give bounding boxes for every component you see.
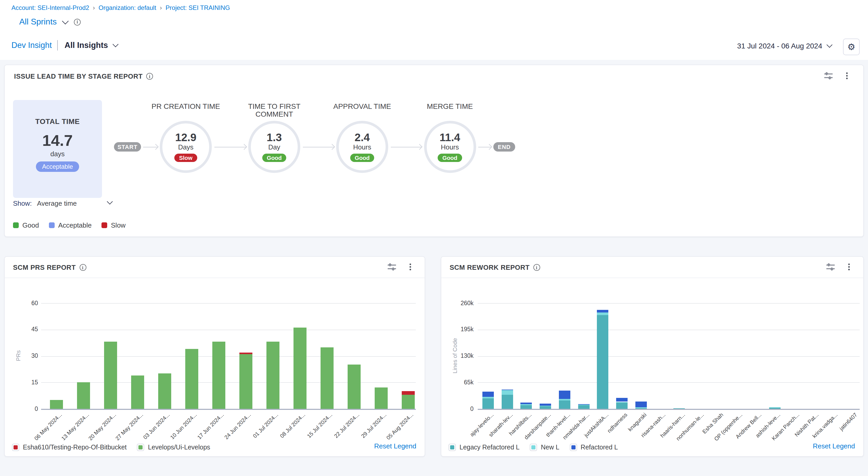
flow-stage-circle[interactable]: 1.3DayGood — [248, 121, 300, 173]
bar-segment[interactable] — [185, 349, 198, 409]
bar-segment[interactable] — [559, 400, 570, 409]
bar-segment[interactable] — [616, 397, 628, 402]
bar-segment[interactable] — [266, 342, 279, 409]
flow-stage-circle[interactable]: 2.4HoursGood — [336, 121, 388, 173]
flow-arrow — [143, 147, 157, 147]
gridline — [41, 356, 416, 356]
bar-segment[interactable] — [158, 374, 171, 409]
bar-segment[interactable] — [293, 328, 306, 409]
y-tick-label: 15 — [5, 379, 38, 385]
gridline — [41, 330, 416, 330]
info-icon[interactable]: i — [74, 19, 81, 25]
legend-checkbox-swatch — [570, 444, 577, 451]
legend-item[interactable]: Esha610/Testing-Repo-Of-Bitbucket — [12, 444, 127, 451]
x-axis-line — [478, 409, 860, 410]
bar-segment[interactable] — [374, 388, 388, 409]
bar-segment[interactable] — [521, 405, 532, 409]
sprint-selector[interactable]: All Sprints i — [19, 17, 81, 27]
bar-segment[interactable] — [674, 408, 685, 409]
bar-segment[interactable] — [578, 406, 589, 409]
bar-segment[interactable] — [401, 391, 414, 395]
chevron-down-icon[interactable] — [62, 18, 68, 24]
lead-time-flow: PR CREATION TIME12.9DaysSlowTIME TO FIRS… — [5, 65, 863, 236]
legend-item[interactable]: Legacy Refactored L — [448, 444, 520, 451]
legend-item[interactable]: New L — [530, 444, 559, 451]
x-axis-label-text: 24 Jun 2024... — [223, 411, 252, 440]
screenshot-root: Account: SEI-Internal-Prod2 › Organizati… — [0, 0, 868, 476]
bar-segment[interactable] — [239, 354, 252, 409]
legend-checkbox-swatch — [448, 444, 456, 451]
settings-button[interactable]: ⚙ — [843, 38, 860, 55]
chevron-down-icon[interactable] — [827, 42, 833, 48]
bar-segment[interactable] — [501, 394, 513, 409]
stage-title: TIME TO FIRST COMMENT — [232, 102, 316, 118]
bar-segment[interactable] — [483, 397, 494, 399]
bar-segment[interactable] — [597, 310, 609, 313]
bar-segment[interactable] — [540, 406, 551, 406]
dashboard-main: ISSUE LEAD TIME BY STAGE REPORT i TOTAL … — [0, 60, 868, 476]
legend-item[interactable]: Levelops/Ui-Levelops — [137, 444, 210, 451]
legend-swatch — [532, 445, 536, 449]
reset-legend-link[interactable]: Reset Legend — [374, 442, 416, 450]
bar-segment[interactable] — [616, 402, 628, 409]
flow-stage-circle[interactable]: 12.9DaysSlow — [160, 121, 212, 173]
date-range-picker[interactable]: 31 Jul 2024 - 06 Aug 2024 — [737, 42, 832, 50]
bar-segment[interactable] — [483, 392, 494, 397]
bar-segment[interactable] — [636, 401, 647, 407]
bar-segment[interactable] — [501, 390, 513, 390]
bar-segment[interactable] — [578, 405, 589, 406]
chevron-down-icon[interactable] — [113, 41, 118, 48]
x-axis-label-text: 13 May 2024... — [60, 411, 90, 441]
stage-status-badge: Good — [438, 154, 462, 162]
bar-segment[interactable] — [77, 383, 90, 409]
bar-segment[interactable] — [578, 404, 589, 405]
bar-segment[interactable] — [131, 375, 144, 409]
gridline — [478, 383, 860, 383]
bar-segment[interactable] — [597, 315, 609, 409]
y-tick-label: 45 — [5, 326, 38, 332]
bar-segment[interactable] — [347, 365, 360, 409]
x-axis-label-text: 10 Jun 2024... — [169, 411, 198, 440]
bar-segment[interactable] — [540, 403, 551, 406]
stage-unit: Hours — [441, 143, 459, 151]
bar-segment[interactable] — [559, 391, 570, 399]
bar-segment[interactable] — [320, 347, 333, 409]
bar-segment[interactable] — [636, 407, 647, 408]
bar-segment[interactable] — [540, 406, 551, 409]
bar-segment[interactable] — [483, 399, 494, 409]
legend-item[interactable]: Refactored L — [570, 444, 618, 451]
x-axis-label-text: 06 May 2024... — [33, 411, 63, 441]
bar-segment[interactable] — [239, 352, 252, 354]
bar-segment[interactable] — [597, 313, 609, 315]
bar-segment[interactable] — [616, 402, 628, 402]
date-range-value[interactable]: 31 Jul 2024 - 06 Aug 2024 — [737, 42, 822, 50]
sprint-selector-label[interactable]: All Sprints — [19, 17, 57, 27]
bar-segment[interactable] — [769, 407, 781, 408]
y-tick-label: 260k — [441, 300, 473, 306]
bar-segment[interactable] — [521, 405, 532, 405]
bar-segment[interactable] — [401, 395, 414, 409]
breadcrumb-account[interactable]: Account: SEI-Internal-Prod2 — [11, 4, 89, 11]
x-axis-label-text: 29 Jul 2024... — [360, 411, 388, 439]
bar-segment[interactable] — [559, 399, 570, 400]
insights-dropdown-label[interactable]: All Insights — [65, 40, 108, 50]
bar-segment[interactable] — [104, 342, 117, 409]
legend-label: New L — [541, 444, 559, 451]
reset-legend-link[interactable]: Reset Legend — [813, 442, 855, 450]
stage-value: 1.3 — [267, 132, 282, 143]
legend-label: Esha610/Testing-Repo-Of-Bitbucket — [23, 444, 127, 451]
y-tick-label: 195k — [441, 326, 473, 332]
flow-stage-circle[interactable]: 11.4HoursGood — [424, 121, 476, 173]
bar-segment[interactable] — [769, 408, 781, 409]
stage-unit: Days — [178, 143, 193, 151]
insight-tab-dev-insight[interactable]: Dev Insight — [11, 40, 52, 50]
breadcrumb-project[interactable]: Project: SEI TRAINING — [165, 4, 230, 11]
bar-segment[interactable] — [50, 400, 63, 409]
rework-bar-chart: 065k130k195k260kLines of Codeajay-levelo… — [441, 257, 863, 456]
bar-segment[interactable] — [521, 403, 532, 405]
bar-segment[interactable] — [501, 390, 513, 394]
bar-segment[interactable] — [636, 408, 647, 409]
breadcrumb-organization[interactable]: Organization: default — [99, 4, 156, 11]
bar-segment[interactable] — [212, 342, 225, 409]
insights-dropdown[interactable]: All Insights — [65, 40, 117, 50]
